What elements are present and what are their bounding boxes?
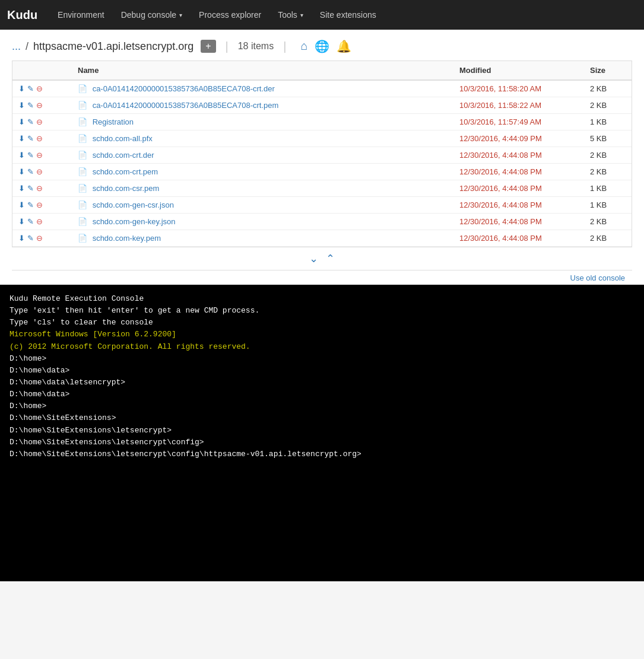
- file-size: 2 KB: [590, 84, 607, 93]
- console-header: Use old console: [12, 270, 632, 285]
- file-icon: 📄: [78, 134, 87, 143]
- table-row: ⬇ ✎ ⊖ 📄 schdo.com-csr.pem 12/30/2016, 4:…: [12, 180, 632, 197]
- bell-icon[interactable]: 🔔: [337, 39, 351, 53]
- file-modified-cell: 10/3/2016, 11:57:49 AM: [453, 114, 584, 130]
- breadcrumb: ... / httpsacme-v01.api.letsencrypt.org …: [12, 39, 632, 53]
- scroll-down-button[interactable]: ⌄: [309, 253, 318, 265]
- console-line: D:\home\data>: [9, 389, 635, 400]
- nav-environment[interactable]: Environment: [49, 0, 113, 30]
- edit-icon[interactable]: ✎: [27, 117, 34, 126]
- use-old-console-link[interactable]: Use old console: [570, 273, 626, 282]
- file-modified-cell: 12/30/2016, 4:44:09 PM: [453, 130, 584, 147]
- scroll-controls: ⌄ ⌃: [12, 247, 632, 270]
- file-link[interactable]: schdo.com-key.pem: [93, 234, 161, 243]
- file-size: 2 KB: [590, 101, 607, 110]
- edit-icon[interactable]: ✎: [27, 184, 34, 193]
- delete-icon[interactable]: ⊖: [36, 101, 43, 110]
- download-icon[interactable]: ⬇: [18, 101, 25, 110]
- file-size: 1 KB: [590, 184, 607, 193]
- file-link[interactable]: ca-0A01414200000015385736A0B85ECA708-crt…: [93, 84, 275, 93]
- row-actions: ⬇ ✎ ⊖: [12, 214, 72, 230]
- file-link[interactable]: schdo.com-csr.pem: [93, 184, 160, 193]
- file-link[interactable]: schdo.com-crt.pem: [93, 167, 158, 176]
- delete-icon[interactable]: ⊖: [36, 234, 43, 243]
- file-link[interactable]: schdo.com-gen-csr.json: [93, 200, 174, 209]
- console-line: D:\home>: [9, 353, 635, 365]
- download-icon[interactable]: ⬇: [18, 184, 25, 193]
- table-row: ⬇ ✎ ⊖ 📄 schdo.com-key.pem 12/30/2016, 4:…: [12, 230, 632, 247]
- download-icon[interactable]: ⬇: [18, 234, 25, 243]
- console-panel[interactable]: Kudu Remote Execution ConsoleType 'exit'…: [0, 285, 644, 581]
- col-actions: [12, 61, 72, 80]
- file-icon: 📄: [78, 84, 87, 93]
- nav-debug-console[interactable]: Debug console ▾: [113, 0, 191, 30]
- edit-icon[interactable]: ✎: [27, 134, 34, 143]
- modified-date: 12/30/2016, 4:44:08 PM: [459, 200, 542, 209]
- delete-icon[interactable]: ⊖: [36, 167, 43, 176]
- globe-icon[interactable]: 🌐: [315, 39, 329, 53]
- file-modified-cell: 12/30/2016, 4:44:08 PM: [453, 164, 584, 180]
- edit-icon[interactable]: ✎: [27, 200, 34, 209]
- edit-icon[interactable]: ✎: [27, 84, 34, 93]
- edit-icon[interactable]: ✎: [27, 167, 34, 176]
- brand-logo[interactable]: Kudu: [7, 8, 37, 22]
- edit-icon[interactable]: ✎: [27, 151, 34, 160]
- download-icon[interactable]: ⬇: [18, 117, 25, 126]
- delete-icon[interactable]: ⊖: [36, 134, 43, 143]
- console-line: D:\home\SiteExtensions\letsencrypt\confi…: [9, 437, 635, 448]
- breadcrumb-ellipsis[interactable]: ...: [12, 40, 21, 53]
- navbar: Kudu Environment Debug console ▾ Process…: [0, 0, 644, 30]
- home-icon[interactable]: ⌂: [300, 39, 307, 53]
- file-link[interactable]: schdo.com-gen-key.json: [93, 217, 176, 226]
- delete-icon[interactable]: ⊖: [36, 117, 43, 126]
- console-line: D:\home\data\letsencrypt>: [9, 377, 635, 389]
- console-line: Type 'cls' to clear the console: [9, 317, 635, 329]
- file-link[interactable]: Registration: [93, 117, 134, 126]
- file-table: Name Modified Size ⬇ ✎ ⊖ 📄 ca-0A01414200…: [12, 61, 632, 247]
- delete-icon[interactable]: ⊖: [36, 184, 43, 193]
- file-name-cell: 📄 ca-0A01414200000015385736A0B85ECA708-c…: [72, 80, 453, 97]
- file-modified-cell: 12/30/2016, 4:44:08 PM: [453, 214, 584, 230]
- modified-date: 10/3/2016, 11:58:22 AM: [459, 101, 541, 110]
- file-size-cell: 2 KB: [584, 214, 632, 230]
- file-name-cell: 📄 schdo.com-all.pfx: [72, 130, 453, 147]
- file-size: 5 KB: [590, 134, 607, 143]
- file-link[interactable]: schdo.com-crt.der: [93, 151, 154, 160]
- modified-date: 12/30/2016, 4:44:08 PM: [459, 217, 542, 226]
- edit-icon[interactable]: ✎: [27, 234, 34, 243]
- file-size-cell: 1 KB: [584, 197, 632, 214]
- add-file-button[interactable]: +: [201, 40, 215, 53]
- nav-tools[interactable]: Tools ▾: [269, 0, 312, 30]
- download-icon[interactable]: ⬇: [18, 200, 25, 209]
- download-icon[interactable]: ⬇: [18, 167, 25, 176]
- console-line: Microsoft Windows [Version 6.2.9200]: [9, 329, 635, 340]
- nav-process-explorer[interactable]: Process explorer: [191, 0, 269, 30]
- table-row: ⬇ ✎ ⊖ 📄 schdo.com-crt.pem 12/30/2016, 4:…: [12, 164, 632, 180]
- scroll-up-button[interactable]: ⌃: [326, 253, 335, 265]
- file-name-cell: 📄 schdo.com-crt.der: [72, 147, 453, 164]
- file-size-cell: 1 KB: [584, 114, 632, 130]
- file-size-cell: 1 KB: [584, 180, 632, 197]
- delete-icon[interactable]: ⊖: [36, 84, 43, 93]
- file-icon: 📄: [78, 217, 87, 226]
- edit-icon[interactable]: ✎: [27, 217, 34, 226]
- download-icon[interactable]: ⬇: [18, 134, 25, 143]
- col-modified: Modified: [453, 61, 584, 80]
- row-actions: ⬇ ✎ ⊖: [12, 147, 72, 164]
- file-link[interactable]: schdo.com-all.pfx: [93, 134, 153, 143]
- delete-icon[interactable]: ⊖: [36, 151, 43, 160]
- table-row: ⬇ ✎ ⊖ 📄 schdo.com-all.pfx 12/30/2016, 4:…: [12, 130, 632, 147]
- delete-icon[interactable]: ⊖: [36, 217, 43, 226]
- download-icon[interactable]: ⬇: [18, 84, 25, 93]
- edit-icon[interactable]: ✎: [27, 101, 34, 110]
- file-link[interactable]: ca-0A01414200000015385736A0B85ECA708-crt…: [93, 101, 279, 110]
- file-size-cell: 2 KB: [584, 230, 632, 247]
- delete-icon[interactable]: ⊖: [36, 200, 43, 209]
- file-icon: 📄: [78, 167, 87, 176]
- breadcrumb-separator-2: |: [226, 40, 229, 53]
- download-icon[interactable]: ⬇: [18, 217, 25, 226]
- table-row: ⬇ ✎ ⊖ 📄 Registration 10/3/2016, 11:57:49…: [12, 114, 632, 130]
- breadcrumb-separator: /: [26, 40, 28, 53]
- download-icon[interactable]: ⬇: [18, 151, 25, 160]
- nav-site-extensions[interactable]: Site extensions: [312, 0, 385, 30]
